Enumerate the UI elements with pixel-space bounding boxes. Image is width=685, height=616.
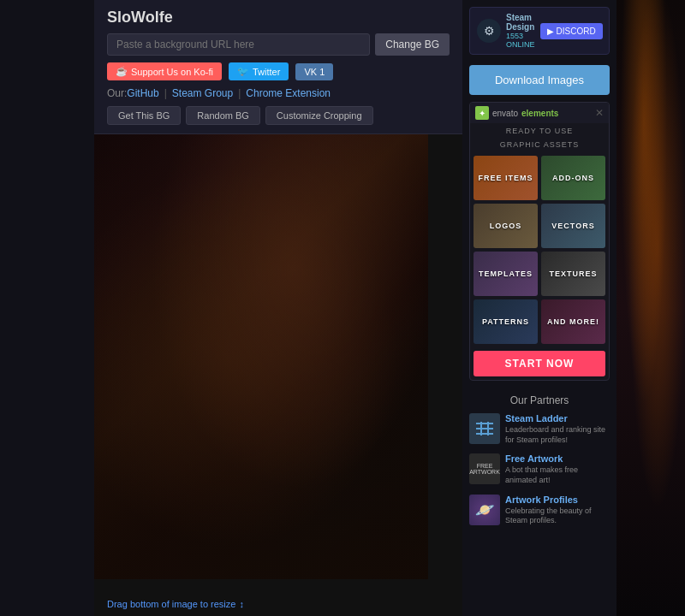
- partners-title: Our Partners: [469, 394, 610, 406]
- artwork-profiles-info: Artwork Profiles Celebrating the beauty …: [505, 495, 610, 526]
- url-bar: Change BG: [107, 33, 450, 56]
- grid-item-free-items[interactable]: FREE ITEMS: [474, 156, 538, 200]
- right-figure-decoration: [616, 0, 685, 616]
- twitter-icon: 🐦: [237, 66, 249, 77]
- ad-section: ✦ envato elements ✕ READY TO USE GRAPHIC…: [469, 102, 610, 381]
- ad-close-button[interactable]: ✕: [595, 107, 604, 119]
- sep1: |: [164, 87, 167, 99]
- vk-button[interactable]: VK 1: [295, 63, 333, 80]
- sep2: |: [238, 87, 241, 99]
- steam-ladder-info: Steam Ladder Leaderboard and ranking sit…: [505, 413, 610, 445]
- grid-item-logos[interactable]: LOGOS: [474, 204, 538, 248]
- links-row: Our: GitHub | Steam Group | Chrome Exten…: [107, 87, 450, 99]
- main-image: [94, 134, 428, 579]
- steam-ladder-icon: [469, 413, 500, 444]
- free-artwork-desc: A bot that makes free animated art!: [505, 465, 610, 485]
- free-artwork-icon: FREE ARTWORK: [469, 453, 500, 484]
- addons-label: ADD-ONS: [552, 174, 594, 182]
- kofi-button[interactable]: ☕ Support Us on Ko-fi: [107, 62, 222, 80]
- discord-icon: ▶: [547, 27, 554, 36]
- grid-item-templates[interactable]: TEMPLATES: [474, 252, 538, 296]
- twitter-button[interactable]: 🐦 Twitter: [229, 62, 289, 80]
- partner-artwork-profiles[interactable]: 🪐 Artwork Profiles Celebrating the beaut…: [469, 495, 610, 526]
- steam-title: Steam Design: [506, 13, 535, 32]
- steam-group-link[interactable]: Steam Group: [172, 87, 233, 99]
- artwork-profiles-desc: Celebrating the beauty of Steam profiles…: [505, 506, 610, 526]
- more-label: AND MORE!: [547, 317, 599, 326]
- customize-cropping-button[interactable]: Customize Cropping: [265, 106, 373, 125]
- drag-label: Drag bottom of image to resize: [107, 599, 235, 609]
- change-bg-button[interactable]: Change BG: [375, 33, 450, 56]
- grid-item-vectors[interactable]: VECTORS: [541, 204, 605, 248]
- drag-resize[interactable]: Drag bottom of image to resize ↕: [107, 599, 244, 609]
- free-artwork-name: Free Artwork: [505, 453, 610, 464]
- drag-arrow-icon: ↕: [239, 599, 244, 609]
- grid-item-more[interactable]: AND MORE!: [541, 299, 605, 344]
- envato-icon: ✦: [475, 106, 489, 120]
- partner-steam-ladder[interactable]: Steam Ladder Leaderboard and ranking sit…: [469, 413, 610, 445]
- steam-online: 1553 ONLINE: [506, 32, 535, 49]
- steam-icon: ⚙: [477, 19, 501, 43]
- our-label: Our:: [107, 87, 127, 99]
- ad-header: ✦ envato elements ✕: [470, 103, 609, 123]
- download-images-button[interactable]: Download Images: [469, 65, 610, 95]
- username: SloWolfe: [107, 9, 450, 27]
- ad-grid: FREE ITEMS ADD-ONS LOGOS VECTORS TEMPLAT…: [470, 152, 609, 347]
- kofi-icon: ☕: [116, 66, 128, 77]
- center-content: SloWolfe Change BG ☕ Support Us on Ko-fi…: [94, 0, 462, 616]
- left-panel: [0, 0, 94, 616]
- steam-ladder-desc: Leaderboard and ranking site for Steam p…: [505, 425, 610, 445]
- grid-item-patterns[interactable]: PATTERNS: [474, 299, 538, 344]
- github-link[interactable]: GitHub: [127, 87, 158, 99]
- artwork-profiles-icon: 🪐: [469, 495, 500, 525]
- patterns-label: PATTERNS: [482, 317, 529, 326]
- discord-label: DISCORD: [557, 27, 596, 36]
- url-input[interactable]: [107, 33, 370, 56]
- partners-section: Our Partners Steam Ladder Leaderboard an…: [462, 388, 616, 616]
- envato-elements-text: elements: [521, 109, 558, 118]
- right-panel: ⚙ Steam Design 1553 ONLINE ▶ DISCORD Dow…: [462, 0, 616, 616]
- vectors-label: VECTORS: [551, 222, 594, 230]
- artwork-profiles-name: Artwork Profiles: [505, 495, 610, 505]
- grid-item-addons[interactable]: ADD-ONS: [541, 156, 605, 200]
- start-now-button[interactable]: START NOW: [474, 351, 605, 376]
- random-bg-button[interactable]: Random BG: [186, 106, 260, 125]
- vk-count: 1: [319, 67, 325, 77]
- free-artwork-info: Free Artwork A bot that makes free anima…: [505, 453, 610, 485]
- free-items-label: FREE ITEMS: [478, 174, 533, 182]
- get-this-bg-button[interactable]: Get This BG: [107, 106, 181, 125]
- logos-label: LOGOS: [490, 222, 522, 230]
- chrome-ext-link[interactable]: Chrome Extension: [246, 87, 331, 99]
- header: SloWolfe Change BG ☕ Support Us on Ko-fi…: [94, 0, 462, 134]
- ad-subtitle: GRAPHIC ASSETS: [470, 137, 609, 152]
- textures-label: TEXTURES: [549, 270, 597, 278]
- templates-label: TEMPLATES: [479, 270, 533, 278]
- twitter-label: Twitter: [253, 67, 280, 77]
- discord-button[interactable]: ▶ DISCORD: [540, 23, 603, 39]
- right-edge: [616, 0, 685, 616]
- support-row: ☕ Support Us on Ko-fi 🐦 Twitter VK 1: [107, 62, 450, 80]
- image-area: Drag bottom of image to resize ↕: [94, 134, 462, 616]
- steam-info: Steam Design 1553 ONLINE: [506, 13, 535, 49]
- grid-item-textures[interactable]: TEXTURES: [541, 252, 605, 296]
- vk-label: VK: [304, 67, 317, 77]
- action-buttons: Get This BG Random BG Customize Cropping: [107, 106, 450, 125]
- envato-logo: ✦ envato elements: [475, 106, 558, 120]
- steam-ladder-name: Steam Ladder: [505, 413, 610, 424]
- envato-text: envato: [492, 109, 518, 118]
- steam-discord-box: ⚙ Steam Design 1553 ONLINE ▶ DISCORD: [469, 7, 610, 55]
- kofi-label: Support Us on Ko-fi: [131, 67, 213, 77]
- partner-free-artwork[interactable]: FREE ARTWORK Free Artwork A bot that mak…: [469, 453, 610, 485]
